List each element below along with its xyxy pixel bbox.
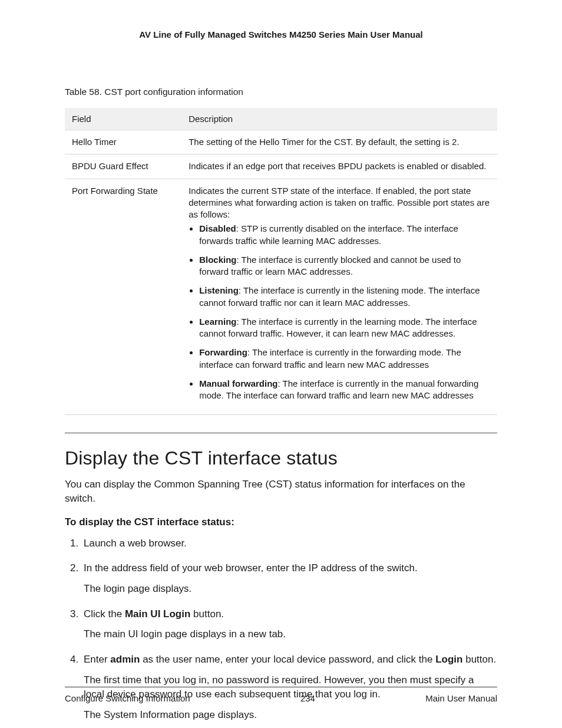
step-subtext: The main UI login page displays in a new…: [84, 627, 497, 642]
port-state-list: Disabled: STP is currently disabled on t…: [189, 223, 490, 401]
step-3: Click the Main UI Login button. The main…: [81, 607, 497, 642]
doc-header-title: AV Line of Fully Managed Switches M4250 …: [65, 29, 497, 39]
step-bold: Main UI Login: [125, 608, 190, 620]
step-pre: Click the: [84, 608, 125, 620]
state-text: : The interface is currently in the list…: [199, 285, 480, 307]
step-1: Launch a web browser.: [81, 536, 497, 551]
section-intro: You can display the Common Spanning Tree…: [65, 477, 497, 506]
table-header-row: Field Description: [65, 108, 497, 130]
section-title: Display the CST interface status: [65, 447, 497, 469]
state-name: Listening: [199, 285, 239, 295]
pfs-intro: Indicates the current STP state of the i…: [189, 186, 490, 220]
th-description: Description: [181, 108, 497, 130]
step-post: button.: [190, 608, 224, 620]
step-2: In the address field of your web browser…: [81, 561, 497, 596]
step-text: In the address field of your web browser…: [84, 561, 497, 576]
cell-field: BPDU Guard Effect: [65, 154, 181, 179]
list-item: Learning: The interface is currently in …: [199, 316, 490, 340]
list-item: Manual forwarding: The interface is curr…: [199, 378, 490, 402]
section-divider: [65, 433, 497, 433]
procedure-heading: To display the CST interface status:: [65, 516, 497, 528]
step-text: Click the Main UI Login button.: [84, 607, 497, 622]
step-subtext: The login page displays.: [84, 582, 497, 597]
state-name: Learning: [199, 317, 236, 327]
step-pre: Enter: [84, 654, 110, 665]
cst-config-table: Field Description Hello Timer The settin…: [65, 108, 497, 415]
state-name: Blocking: [199, 255, 236, 265]
list-item: Forwarding: The interface is currently i…: [199, 347, 490, 371]
cell-desc: Indicates the current STP state of the i…: [181, 179, 497, 415]
table-caption: Table 58. CST port configuration informa…: [65, 87, 497, 97]
cell-field: Port Forwarding State: [65, 179, 181, 415]
step-subtext: The System Information page displays.: [84, 708, 497, 723]
state-text: : The interface is currently in the lear…: [199, 317, 477, 338]
step-text: Enter admin as the user name, enter your…: [84, 653, 497, 667]
state-name: Forwarding: [199, 347, 247, 357]
table-row: Port Forwarding State Indicates the curr…: [65, 179, 497, 415]
step-text: Launch a web browser.: [84, 536, 497, 551]
step-bold: Login: [435, 654, 462, 665]
state-text: : The interface is currently blocked and…: [199, 255, 461, 276]
list-item: Disabled: STP is currently disabled on t…: [199, 223, 490, 247]
list-item: Blocking: The interface is currently blo…: [199, 254, 490, 278]
step-post: button.: [462, 654, 496, 665]
footer-page: 234: [300, 693, 315, 703]
state-text: : STP is currently disabled on the inter…: [199, 223, 458, 245]
state-name: Manual forwarding: [199, 378, 277, 388]
cell-desc: Indicates if an edge port that receives …: [181, 154, 497, 179]
th-field: Field: [65, 108, 181, 130]
step-mid: as the user name, enter your local devic…: [140, 654, 435, 665]
footer-left: Configure Switching Information: [65, 693, 190, 703]
page-footer: Configure Switching Information 234 Main…: [65, 687, 497, 703]
list-item: Listening: The interface is currently in…: [199, 285, 490, 309]
step-bold: admin: [110, 654, 140, 665]
table-row: BPDU Guard Effect Indicates if an edge p…: [65, 154, 497, 179]
footer-right: Main User Manual: [425, 693, 497, 703]
cell-desc: The setting of the Hello Timer for the C…: [181, 130, 497, 154]
cell-field: Hello Timer: [65, 130, 181, 154]
state-name: Disabled: [199, 223, 236, 233]
table-row: Hello Timer The setting of the Hello Tim…: [65, 130, 497, 154]
